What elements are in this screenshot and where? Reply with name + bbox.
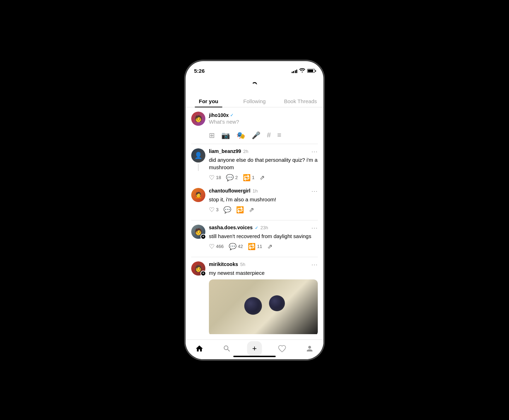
add-badge-sasha[interactable]: + [200, 234, 206, 239]
avatar-liam: 👤 [191, 148, 205, 162]
compose-verified-icon: ✓ [230, 113, 234, 118]
status-bar: 5:26 [186, 61, 323, 77]
heart-icon-sasha: ♡ [209, 243, 215, 250]
comment-btn-sasha[interactable]: 💬 42 [229, 243, 243, 250]
signal-icon [292, 69, 298, 73]
threads-logo [249, 79, 260, 93]
repost-btn-chantou[interactable]: 🔁 [236, 206, 244, 214]
post-header-miri: mirikitcooks 5h ··· [209, 261, 318, 268]
compose-username: jiho100x [209, 112, 229, 118]
gallery-icon[interactable]: ⊞ [209, 131, 215, 140]
blueberry-2 [269, 295, 285, 311]
post-text-miri: my newest masterpiece [209, 269, 318, 277]
comment-btn-chantou[interactable]: 💬 [223, 206, 231, 214]
compose-placeholder[interactable]: What's new? [209, 119, 318, 125]
tab-for-you[interactable]: For you [186, 95, 232, 107]
time-miri: 5h [240, 262, 245, 267]
repost-btn-liam[interactable]: 🔁 1 [243, 174, 255, 182]
share-btn-liam[interactable]: ⇗ [259, 174, 265, 182]
repost-count-liam: 1 [252, 175, 255, 180]
time-chantou: 1h [252, 188, 257, 194]
home-indicator [233, 356, 276, 357]
post-text-chantou: stop it, i'm also a mushroom! [209, 196, 318, 203]
more-miri[interactable]: ··· [311, 261, 318, 268]
compose-plus-btn[interactable]: + [247, 341, 262, 356]
nav-search[interactable] [218, 340, 235, 357]
profile-icon [305, 344, 314, 353]
app-header [186, 77, 323, 95]
more-sasha[interactable]: ··· [311, 225, 318, 231]
repost-icon-chantou: 🔁 [236, 206, 244, 214]
post-miri: 👩 + mirikitcooks 5h ··· my newest master… [186, 257, 323, 334]
add-badge-miri[interactable]: + [200, 271, 206, 276]
hashtag-icon[interactable]: # [267, 131, 271, 140]
verified-sasha: ✓ [255, 225, 258, 230]
nav-compose[interactable]: + [246, 340, 263, 357]
username-liam[interactable]: liam_beanz99 [209, 148, 241, 154]
compose-right: jiho100x ✓ What's new? ⊞ 📷 🎭 🎤 # ≡ [209, 112, 318, 144]
tab-following[interactable]: Following [232, 95, 277, 107]
share-btn-chantou[interactable]: ⇗ [249, 206, 254, 214]
post-header-chantou: chantouflowergirl 1h ··· [209, 188, 318, 194]
post-sasha: 🧑 + sasha.does.voices ✓ 23h ··· sti [186, 220, 323, 257]
heart-icon-chantou: ♡ [209, 206, 215, 214]
nav-profile[interactable] [301, 340, 318, 357]
avatar-wrap-sasha: 🧑 + [191, 225, 205, 239]
thread-line-wrap-2: 🙍 [191, 188, 205, 202]
post-body-chantou: stop it, i'm also a mushroom! ♡ 3 💬 🔁 [209, 196, 318, 220]
comment-icon: 💬 [226, 174, 234, 182]
tab-book-threads[interactable]: Book Threads [277, 95, 323, 107]
compose-actions: ⊞ 📷 🎭 🎤 # ≡ [209, 128, 318, 144]
status-icons [292, 68, 315, 73]
like-count-chantou: 3 [216, 207, 218, 212]
comment-btn-liam[interactable]: 💬 2 [226, 174, 238, 182]
nav-home[interactable] [191, 340, 208, 357]
blueberry-1 [244, 297, 262, 315]
post-header-liam: liam_beanz99 2h ··· [209, 148, 318, 155]
like-btn-chantou[interactable]: ♡ 3 [209, 206, 218, 214]
repost-icon: 🔁 [243, 174, 251, 182]
wifi-icon [299, 68, 305, 73]
activity-icon [278, 344, 286, 353]
post-text-liam: did anyone else do that personality quiz… [209, 156, 318, 171]
repost-count-sasha: 11 [257, 244, 262, 249]
comment-count-liam: 2 [235, 175, 238, 180]
time-liam: 2h [243, 149, 248, 154]
thread-line-wrap-1: 👤 [191, 148, 205, 171]
post-body-sasha: still haven't recovered from daylight sa… [209, 232, 318, 257]
more-chantou[interactable]: ··· [311, 188, 318, 194]
mic-icon[interactable]: 🎤 [252, 131, 261, 140]
comment-icon-sasha: 💬 [229, 243, 236, 250]
post-body-liam: did anyone else do that personality quiz… [209, 156, 318, 188]
repost-btn-sasha[interactable]: 🔁 11 [248, 243, 262, 250]
nav-tabs: For you Following Book Threads [186, 95, 323, 107]
time-sasha: 23h [261, 225, 268, 230]
share-icon-sasha: ⇗ [267, 243, 273, 250]
post-actions-liam: ♡ 18 💬 2 🔁 1 [209, 174, 318, 185]
username-miri[interactable]: mirikitcooks [209, 261, 238, 267]
gif-icon[interactable]: 🎭 [236, 131, 245, 140]
nav-activity[interactable] [274, 340, 291, 357]
post-liam: 👤 liam_beanz99 2h ··· did anyone else do… [186, 144, 323, 220]
share-icon: ⇗ [259, 174, 265, 182]
like-btn-sasha[interactable]: ♡ 466 [209, 243, 224, 250]
post-image-miri [209, 279, 318, 334]
username-chantou[interactable]: chantouflowergirl [209, 188, 250, 194]
avatar-chantou: 🙍 [191, 188, 205, 202]
share-icon-chantou: ⇗ [249, 206, 254, 214]
compose-section: 🧑 jiho100x ✓ What's new? ⊞ 📷 🎭 🎤 # ≡ [186, 107, 323, 144]
compose-avatar: 🧑 [191, 112, 205, 126]
heart-icon: ♡ [209, 174, 215, 182]
phone-frame: 5:26 For you Following [186, 61, 323, 359]
like-count-liam: 18 [216, 175, 221, 180]
share-btn-sasha[interactable]: ⇗ [267, 243, 273, 250]
more-liam[interactable]: ··· [311, 148, 318, 155]
battery-icon [307, 69, 315, 73]
post-header-sasha: sasha.does.voices ✓ 23h ··· [209, 225, 318, 231]
content-area[interactable]: 🧑 jiho100x ✓ What's new? ⊞ 📷 🎭 🎤 # ≡ [186, 107, 323, 334]
post-body-miri: my newest masterpiece [209, 269, 318, 334]
like-btn-liam[interactable]: ♡ 18 [209, 174, 221, 182]
more-icon[interactable]: ≡ [277, 131, 281, 140]
username-sasha[interactable]: sasha.does.voices [209, 225, 253, 230]
camera-icon[interactable]: 📷 [221, 131, 230, 140]
